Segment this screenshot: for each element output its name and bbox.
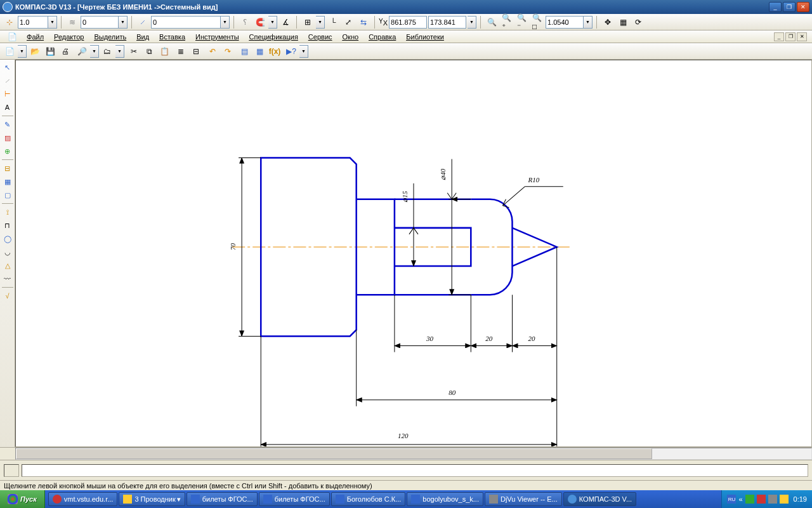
menu-view[interactable]: Вид bbox=[131, 32, 154, 42]
manager-icon[interactable]: ▦ bbox=[252, 44, 266, 58]
step-toggle-icon[interactable]: ⊹ bbox=[3, 15, 16, 29]
triangle-icon[interactable]: △ bbox=[1, 259, 14, 272]
menu-service[interactable]: Сервис bbox=[303, 32, 337, 42]
scrollbar-horizontal[interactable] bbox=[0, 447, 812, 460]
dimension-icon[interactable]: ⊢ bbox=[1, 88, 14, 100]
ortho-icon[interactable]: └ bbox=[326, 15, 340, 29]
command-input[interactable] bbox=[22, 464, 808, 477]
param2-icon[interactable]: ⊕ bbox=[1, 145, 14, 157]
tray-icon[interactable] bbox=[745, 495, 754, 504]
select-icon[interactable]: ↖ bbox=[1, 61, 14, 74]
zoom-input[interactable] bbox=[546, 16, 584, 29]
cut-icon[interactable]: ✂ bbox=[127, 44, 141, 58]
annotation-icon[interactable]: A bbox=[1, 101, 14, 114]
chevron-down-icon[interactable]: ▼ bbox=[316, 16, 325, 29]
task-item[interactable]: билеты ФГОС... bbox=[187, 492, 258, 506]
tray-icon[interactable] bbox=[757, 495, 766, 504]
zoom-combo[interactable]: ▼ bbox=[546, 16, 593, 29]
task-item[interactable]: билеты ФГОС... bbox=[259, 492, 330, 506]
paste-icon[interactable]: 📋 bbox=[157, 44, 171, 58]
new-icon[interactable]: 📄 bbox=[3, 44, 16, 58]
close-button[interactable]: ✕ bbox=[797, 2, 809, 12]
task-item[interactable]: vmt.vstu.edu.r... bbox=[48, 492, 118, 506]
pan-icon[interactable]: ✥ bbox=[601, 15, 615, 29]
clock[interactable]: 0:19 bbox=[794, 495, 807, 503]
system-tray[interactable]: RU « 0:19 bbox=[721, 490, 812, 508]
local-cs-icon[interactable]: ⤢ bbox=[341, 15, 355, 29]
layers-icon[interactable]: ▤ bbox=[237, 44, 251, 58]
chevron-down-icon[interactable]: ▼ bbox=[584, 16, 593, 29]
param-icon[interactable]: ⇆ bbox=[357, 15, 370, 29]
hatch-icon[interactable]: ▨ bbox=[1, 131, 14, 144]
tray-icon[interactable] bbox=[768, 495, 777, 504]
redo-icon[interactable]: ↷ bbox=[221, 44, 235, 58]
coord-x-input[interactable] bbox=[389, 16, 427, 29]
zoom-in-icon[interactable]: 🔍⁺ bbox=[500, 15, 514, 29]
angle-icon[interactable]: ∡ bbox=[278, 15, 292, 29]
save-icon[interactable]: 💾 bbox=[43, 44, 57, 58]
menu-select[interactable]: Выделить bbox=[89, 32, 131, 42]
properties-icon[interactable]: ≣ bbox=[174, 44, 188, 58]
roughness-icon[interactable]: √ bbox=[1, 290, 14, 302]
chevron-down-icon[interactable]: ▼ bbox=[468, 16, 476, 29]
maximize-button[interactable]: ❐ bbox=[783, 2, 796, 12]
mdi-close-button[interactable]: ✕ bbox=[797, 32, 807, 41]
chevron-down-icon[interactable]: ▼ bbox=[221, 16, 230, 29]
docs-icon[interactable]: 🗂 bbox=[100, 44, 114, 58]
feature-icon[interactable]: ⊓ bbox=[1, 219, 14, 232]
menu-window[interactable]: Окно bbox=[337, 32, 364, 42]
task-item[interactable]: bogolyubov_s_k... bbox=[407, 492, 483, 506]
task-item[interactable]: Боголюбов С.К... bbox=[331, 492, 406, 506]
box-icon[interactable]: ▢ bbox=[1, 189, 14, 201]
tree-icon[interactable]: ⊟ bbox=[189, 44, 203, 58]
zoom-icon[interactable]: 🔍 bbox=[485, 15, 499, 29]
layer-icon[interactable]: ≋ bbox=[65, 15, 79, 29]
doc-icon[interactable]: 📄 bbox=[5, 30, 19, 44]
scale-combo[interactable]: ▼ bbox=[18, 16, 57, 29]
task-item[interactable]: DjVu Viewer -- E... bbox=[485, 492, 562, 506]
zoom-fit-icon[interactable]: 🔍□ bbox=[530, 15, 544, 29]
tray-icon[interactable] bbox=[780, 495, 789, 504]
menu-spec[interactable]: Спецификация bbox=[244, 32, 303, 42]
menu-tools[interactable]: Инструменты bbox=[190, 32, 244, 42]
zoom-out-icon[interactable]: 🔍⁻ bbox=[515, 15, 529, 29]
coord-y-input[interactable] bbox=[428, 16, 466, 29]
chevron-down-icon[interactable]: ▼ bbox=[48, 16, 57, 29]
linestyle-combo[interactable]: ▼ bbox=[151, 16, 230, 29]
linestyle-input[interactable] bbox=[151, 16, 221, 29]
menu-edit[interactable]: Редактор bbox=[49, 32, 89, 42]
chevron-down-icon[interactable]: ▼ bbox=[18, 45, 27, 58]
measure-icon[interactable]: ⟟ bbox=[1, 206, 14, 218]
task-item-active[interactable]: КОМПАС-3D V... bbox=[563, 492, 636, 506]
chevron-down-icon[interactable]: ▼ bbox=[268, 16, 277, 29]
grid-icon[interactable]: ⊞ bbox=[301, 15, 315, 29]
refresh-icon[interactable]: ⟳ bbox=[631, 15, 645, 29]
menu-libraries[interactable]: Библиотеки bbox=[401, 32, 449, 42]
snap-icon[interactable]: ⸮ bbox=[238, 15, 252, 29]
undo-icon[interactable]: ↶ bbox=[206, 44, 219, 58]
table-icon[interactable]: ▦ bbox=[1, 175, 14, 188]
preview-icon[interactable]: 🔎 bbox=[75, 44, 89, 58]
task-item[interactable]: 3 Проводник▾ bbox=[119, 492, 185, 506]
print-icon[interactable]: 🖨 bbox=[58, 44, 72, 58]
rebuild-icon[interactable]: ▦ bbox=[616, 15, 630, 29]
edit-icon[interactable]: ✎ bbox=[1, 118, 14, 131]
chevron-down-icon[interactable]: ▼ bbox=[119, 16, 128, 29]
tray-chevron[interactable]: « bbox=[738, 495, 742, 503]
start-button[interactable]: Пуск bbox=[0, 490, 45, 508]
lang-indicator[interactable]: RU bbox=[727, 495, 736, 504]
chevron-down-icon[interactable]: ▼ bbox=[115, 45, 124, 58]
layer-combo[interactable]: ▼ bbox=[81, 16, 128, 29]
chevron-down-icon[interactable]: ▼ bbox=[90, 45, 99, 58]
circle-icon[interactable]: ◯ bbox=[1, 232, 14, 245]
scale-input[interactable] bbox=[18, 16, 48, 29]
menu-help[interactable]: Справка bbox=[363, 32, 401, 42]
drawing-canvas[interactable]: 70 ⌀40 ⌀15 R10 bbox=[15, 60, 812, 447]
layer-input[interactable] bbox=[81, 16, 119, 29]
constraint-icon[interactable]: ⊟ bbox=[1, 162, 14, 175]
geometry-icon[interactable]: ⟋ bbox=[1, 74, 14, 87]
chevron-down-icon[interactable]: ▼ bbox=[299, 45, 308, 58]
magnet-icon[interactable]: 🧲 bbox=[253, 15, 267, 29]
menu-file[interactable]: Файл bbox=[22, 32, 49, 42]
mdi-minimize-button[interactable]: _ bbox=[774, 32, 784, 41]
